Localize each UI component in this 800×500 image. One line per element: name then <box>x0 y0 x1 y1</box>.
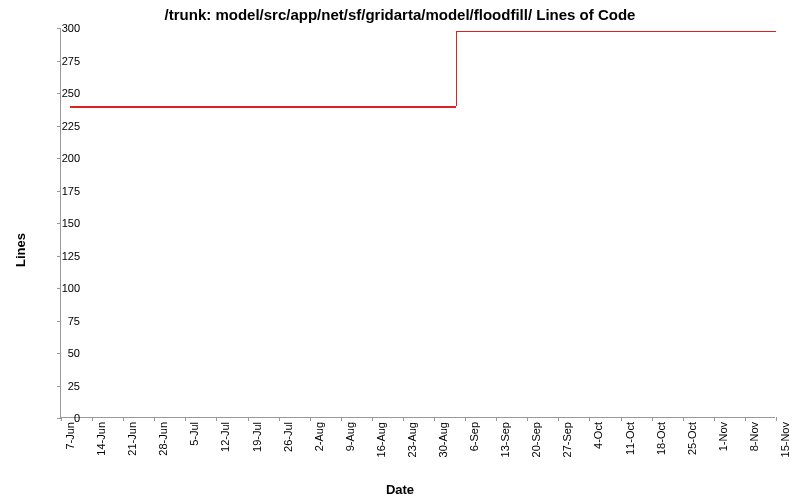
y-tick-label: 75 <box>68 315 80 327</box>
y-tick-label: 300 <box>62 22 80 34</box>
x-tick <box>527 417 528 421</box>
x-tick-label: 9-Aug <box>344 422 356 451</box>
series-line <box>70 106 455 108</box>
y-tick <box>57 61 61 62</box>
y-tick <box>57 256 61 257</box>
x-tick <box>216 417 217 421</box>
y-tick-label: 25 <box>68 380 80 392</box>
x-tick <box>185 417 186 421</box>
y-tick <box>57 223 61 224</box>
x-tick-label: 19-Jul <box>251 422 263 452</box>
y-tick-label: 225 <box>62 120 80 132</box>
x-tick-label: 7-Jun <box>64 422 76 450</box>
x-tick <box>776 417 777 421</box>
x-tick-label: 18-Oct <box>655 422 667 455</box>
x-tick <box>248 417 249 421</box>
x-tick-label: 11-Oct <box>624 422 636 455</box>
x-tick <box>652 417 653 421</box>
x-tick-label: 14-Jun <box>95 422 107 456</box>
x-tick-label: 20-Sep <box>530 422 542 457</box>
x-tick <box>92 417 93 421</box>
y-tick <box>57 126 61 127</box>
y-axis-label: Lines <box>13 233 28 267</box>
x-tick <box>465 417 466 421</box>
x-tick <box>310 417 311 421</box>
series-line <box>456 31 458 106</box>
x-tick-label: 12-Jul <box>219 422 231 452</box>
y-tick <box>57 191 61 192</box>
x-tick-label: 30-Aug <box>437 422 449 457</box>
y-tick <box>57 288 61 289</box>
x-axis-label: Date <box>0 482 800 497</box>
x-tick-label: 6-Sep <box>468 422 480 451</box>
chart-title: /trunk: model/src/app/net/sf/gridarta/mo… <box>0 6 800 23</box>
x-tick-label: 27-Sep <box>561 422 573 457</box>
x-tick-label: 16-Aug <box>375 422 387 457</box>
x-tick <box>341 417 342 421</box>
x-tick-label: 23-Aug <box>406 422 418 457</box>
x-tick-label: 4-Oct <box>592 422 604 449</box>
y-tick-label: 125 <box>62 250 80 262</box>
x-tick-label: 15-Nov <box>779 422 791 457</box>
x-tick-label: 28-Jun <box>157 422 169 456</box>
x-tick-label: 8-Nov <box>748 422 760 451</box>
x-tick <box>61 417 62 421</box>
y-tick-label: 175 <box>62 185 80 197</box>
x-tick <box>154 417 155 421</box>
y-tick-label: 150 <box>62 217 80 229</box>
x-tick <box>621 417 622 421</box>
y-tick-label: 200 <box>62 152 80 164</box>
x-tick <box>714 417 715 421</box>
x-tick <box>683 417 684 421</box>
series-line <box>456 31 776 33</box>
y-tick <box>57 386 61 387</box>
x-tick <box>434 417 435 421</box>
x-tick-label: 21-Jun <box>126 422 138 456</box>
chart-container: /trunk: model/src/app/net/sf/gridarta/mo… <box>0 0 800 500</box>
plot-area <box>60 28 775 418</box>
x-tick <box>372 417 373 421</box>
y-tick-label: 250 <box>62 87 80 99</box>
x-tick <box>279 417 280 421</box>
x-tick <box>123 417 124 421</box>
x-tick <box>403 417 404 421</box>
x-tick <box>558 417 559 421</box>
x-tick-label: 25-Oct <box>686 422 698 455</box>
y-tick <box>57 93 61 94</box>
x-tick-label: 5-Jul <box>188 422 200 446</box>
x-tick-label: 2-Aug <box>313 422 325 451</box>
y-tick <box>57 28 61 29</box>
y-tick <box>57 321 61 322</box>
y-tick <box>57 158 61 159</box>
x-tick <box>496 417 497 421</box>
x-tick-label: 13-Sep <box>499 422 511 457</box>
y-tick <box>57 353 61 354</box>
x-tick-label: 1-Nov <box>717 422 729 451</box>
y-tick-label: 50 <box>68 347 80 359</box>
x-tick <box>589 417 590 421</box>
y-tick-label: 275 <box>62 55 80 67</box>
y-tick-label: 100 <box>62 282 80 294</box>
x-tick-label: 26-Jul <box>282 422 294 452</box>
x-tick <box>745 417 746 421</box>
